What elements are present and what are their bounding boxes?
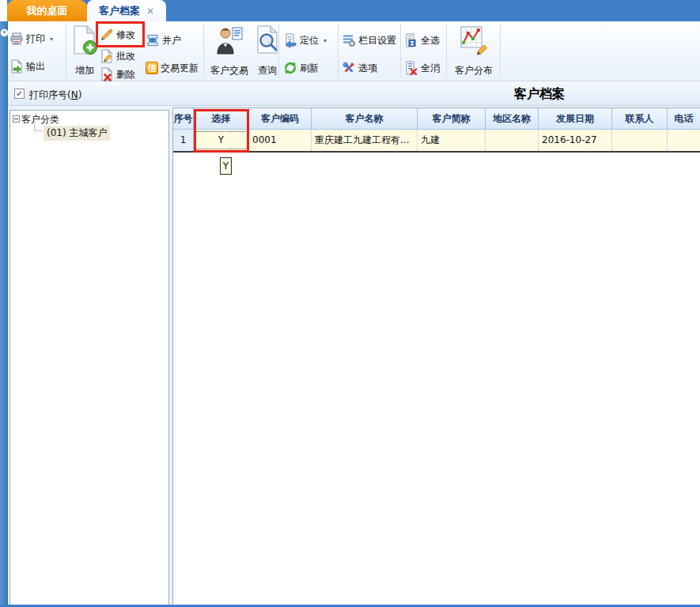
modify-highlight-box bbox=[96, 21, 145, 47]
column-settings-button[interactable]: 栏目设置 bbox=[342, 30, 396, 51]
tools-icon bbox=[342, 61, 356, 75]
customer-transaction-label: 客户交易 bbox=[210, 64, 248, 77]
row-end-line bbox=[173, 151, 700, 153]
tab-customer-archive[interactable]: 客户档案× bbox=[87, 0, 166, 21]
toolbar-separator bbox=[203, 24, 204, 77]
select-all-label: 全选 bbox=[421, 34, 440, 47]
refresh-icon bbox=[283, 61, 297, 75]
tab-my-desktop[interactable]: 我的桌面 bbox=[7, 0, 87, 21]
tree-node-main-city[interactable]: (01) 主城客户 bbox=[44, 126, 110, 141]
print-serial-checkbox[interactable]: ✔ bbox=[14, 89, 25, 99]
page-title: 客户档案 bbox=[514, 86, 565, 103]
table-cell-8[interactable] bbox=[668, 130, 700, 151]
xin-badge-icon: 信 bbox=[146, 62, 158, 74]
toolbar-separator bbox=[400, 24, 401, 77]
grid-header: 序号选择客户编码客户名称客户简称地区名称发展日期联系人电话 bbox=[173, 108, 700, 130]
print-button[interactable]: 打印 ▾ bbox=[9, 28, 53, 49]
customer-distribution-button[interactable]: 客户分布 bbox=[449, 23, 498, 80]
select-column-highlight-box bbox=[194, 109, 249, 153]
toolbar: 打印 ▾ 输出 增加 修改 批改 删除 并户 信 交易更新 客户交易 查询 bbox=[8, 21, 700, 81]
list-gear-icon bbox=[342, 33, 356, 47]
print-serial-label: 打印序号(N) bbox=[29, 89, 81, 102]
toolbar-separator bbox=[338, 24, 339, 77]
tab-my-desktop-label: 我的桌面 bbox=[27, 5, 68, 17]
toolbar-separator bbox=[446, 24, 447, 77]
export-label: 输出 bbox=[26, 60, 45, 74]
export-icon bbox=[9, 59, 24, 74]
table-cell-6[interactable]: 2016-10-27 bbox=[539, 130, 612, 151]
page-pencil-icon bbox=[100, 49, 114, 63]
locate-label: 定位 bbox=[300, 34, 319, 47]
select-all-icon bbox=[404, 33, 418, 47]
column-header-7[interactable]: 联系人 bbox=[612, 108, 668, 130]
column-header-5[interactable]: 地区名称 bbox=[486, 108, 539, 130]
transaction-update-label: 交易更新 bbox=[161, 62, 199, 75]
distribution-chart-icon bbox=[459, 25, 489, 56]
cell-value-tooltip: Y bbox=[220, 157, 232, 175]
print-label: 打印 bbox=[26, 32, 45, 46]
merge-button[interactable]: 并户 bbox=[146, 30, 181, 51]
select-all-button[interactable]: 全选 bbox=[404, 30, 440, 51]
locate-icon bbox=[283, 33, 297, 47]
locate-dropdown-caret-icon[interactable]: ▾ bbox=[324, 37, 327, 44]
table-cell-3[interactable]: 重庆建工九建工程有... bbox=[312, 130, 418, 151]
deselect-all-button[interactable]: 全消 bbox=[404, 58, 440, 78]
add-label: 增加 bbox=[75, 64, 94, 77]
merge-icon bbox=[146, 33, 160, 47]
export-button[interactable]: 输出 bbox=[9, 56, 45, 77]
column-header-2[interactable]: 客户编码 bbox=[249, 108, 312, 130]
print-dropdown-caret-icon[interactable]: ▾ bbox=[50, 36, 53, 43]
table-cell-0[interactable]: 1 bbox=[173, 130, 194, 151]
column-header-6[interactable]: 发展日期 bbox=[539, 108, 612, 130]
tab-close-icon[interactable]: × bbox=[146, 6, 154, 17]
column-settings-label: 栏目设置 bbox=[358, 34, 396, 47]
toolbar-separator bbox=[500, 24, 501, 77]
batch-edit-label: 批改 bbox=[116, 50, 135, 63]
page-delete-icon bbox=[100, 67, 114, 81]
toolbar-separator bbox=[66, 24, 66, 77]
transaction-update-button[interactable]: 信 交易更新 bbox=[146, 58, 199, 78]
tab-customer-archive-label: 客户档案 bbox=[99, 5, 140, 17]
collapsed-sidebar-strip[interactable]: ▾ bbox=[0, 21, 8, 605]
customer-distribution-label: 客户分布 bbox=[455, 64, 493, 77]
column-header-8[interactable]: 电话 bbox=[668, 108, 700, 130]
query-label: 查询 bbox=[258, 64, 277, 77]
table-cell-5[interactable] bbox=[486, 130, 539, 151]
customer-transaction-button[interactable]: 客户交易 bbox=[207, 23, 252, 80]
tabbar-corner bbox=[0, 0, 7, 21]
options-label: 选项 bbox=[358, 62, 377, 75]
search-icon bbox=[254, 25, 281, 56]
locate-button[interactable]: 定位 ▾ bbox=[283, 30, 327, 51]
refresh-label: 刷新 bbox=[300, 62, 319, 75]
tree-collapse-icon[interactable] bbox=[13, 115, 20, 123]
column-header-0[interactable]: 序号 bbox=[173, 108, 194, 130]
deselect-all-label: 全消 bbox=[421, 62, 440, 75]
merge-label: 并户 bbox=[162, 34, 181, 47]
toolbar-separator bbox=[278, 24, 279, 77]
customer-person-icon bbox=[215, 25, 244, 56]
delete-label: 删除 bbox=[116, 68, 135, 81]
column-header-3[interactable]: 客户名称 bbox=[312, 108, 418, 130]
table-cell-2[interactable]: 0001 bbox=[249, 130, 312, 151]
add-icon bbox=[71, 25, 98, 56]
grid-row[interactable]: 1Y0001重庆建工九建工程有...九建2016-10-27 bbox=[173, 130, 700, 151]
table-cell-4[interactable]: 九建 bbox=[418, 130, 486, 151]
subheader-bar: ✔ 打印序号(N) 客户档案 bbox=[8, 81, 700, 106]
refresh-button[interactable]: 刷新 bbox=[283, 58, 319, 78]
tab-bar: 我的桌面 客户档案× bbox=[0, 0, 700, 21]
customer-grid-panel: 序号选择客户编码客户名称客户简称地区名称发展日期联系人电话 1Y0001重庆建工… bbox=[172, 107, 700, 605]
table-cell-7[interactable] bbox=[612, 130, 668, 151]
options-button[interactable]: 选项 bbox=[342, 58, 377, 78]
deselect-all-icon bbox=[404, 61, 418, 75]
printer-icon bbox=[9, 32, 24, 46]
column-header-4[interactable]: 客户简称 bbox=[418, 108, 486, 130]
category-tree-panel: 客户分类 (01) 主城客户 bbox=[9, 110, 169, 605]
tree-connector bbox=[34, 119, 42, 131]
